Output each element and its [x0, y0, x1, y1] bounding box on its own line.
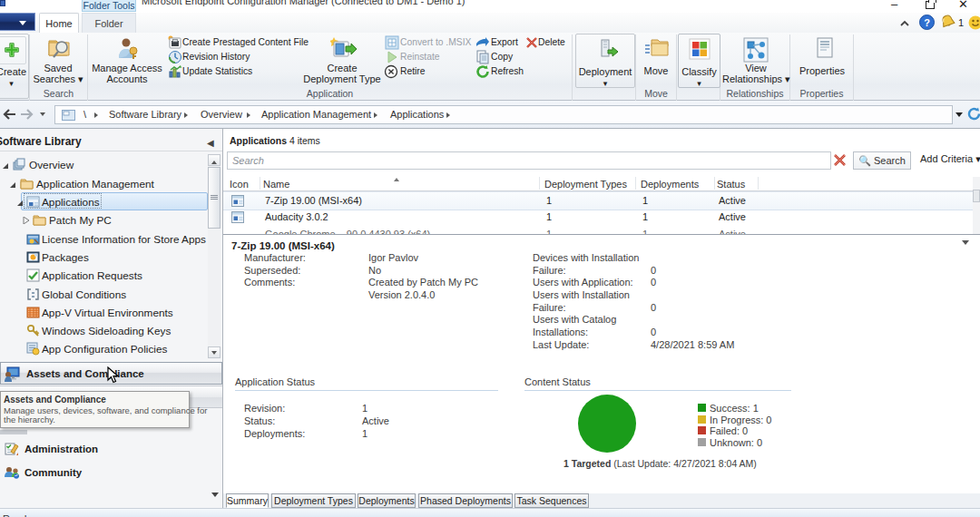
svg-text:?: ? — [924, 17, 930, 28]
